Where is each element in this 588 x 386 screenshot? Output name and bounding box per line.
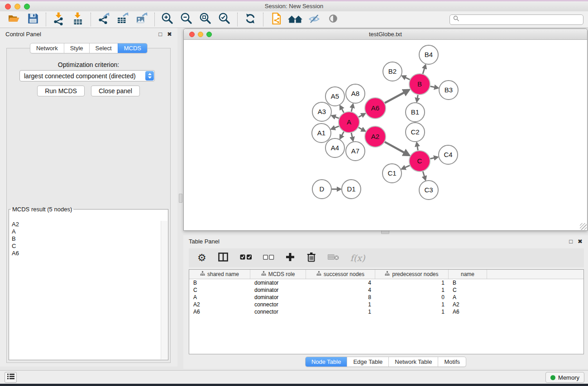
edge-A-A7[interactable]: [351, 133, 352, 137]
graph-node-B4[interactable]: B4: [419, 45, 438, 64]
table-settings-button[interactable]: ⚙: [197, 253, 206, 263]
edge-A2-C[interactable]: [385, 142, 405, 153]
horizontal-divider-grip[interactable]: [381, 230, 389, 234]
window-resize-grip[interactable]: [580, 223, 587, 230]
table-row[interactable]: Bdominator41B: [189, 279, 583, 286]
export-network-button[interactable]: [94, 12, 113, 27]
new-network-from-selection-button[interactable]: [267, 12, 286, 27]
mcds-result-item[interactable]: B: [10, 235, 161, 243]
task-history-button[interactable]: [5, 372, 17, 383]
minimize-traffic-light[interactable]: [14, 4, 20, 10]
edge-C-C4[interactable]: [430, 158, 434, 159]
save-session-button[interactable]: [24, 12, 43, 27]
graph-node-A8[interactable]: A8: [346, 84, 365, 103]
mcds-result-item[interactable]: A2: [10, 221, 161, 228]
open-file-button[interactable]: [5, 12, 24, 27]
graph-node-B1[interactable]: B1: [406, 103, 425, 122]
column-header-name[interactable]: name: [449, 270, 487, 279]
table-row[interactable]: Cdominator41C: [189, 286, 583, 294]
edge-A-A2[interactable]: [359, 128, 362, 129]
tab-network-table[interactable]: Network Table: [388, 357, 438, 367]
search-field[interactable]: [449, 14, 583, 25]
edge-A-A3[interactable]: [335, 117, 339, 118]
graph-node-C[interactable]: C: [409, 151, 430, 172]
close-panel-button[interactable]: Close panel: [91, 86, 140, 96]
optimization-criterion-dropdown[interactable]: largest connected component (directed): [19, 70, 155, 81]
search-input[interactable]: [462, 16, 580, 23]
refresh-view-button[interactable]: [241, 12, 260, 27]
zoom-traffic-light[interactable]: [206, 32, 212, 37]
column-header-predecessor-nodes[interactable]: predecessor nodes: [375, 270, 449, 279]
hide-selected-button[interactable]: [305, 12, 324, 27]
column-header-successor-nodes[interactable]: successor nodes: [306, 270, 375, 279]
edge-B-B1[interactable]: [417, 95, 418, 99]
export-table-button[interactable]: [113, 12, 132, 27]
show-columns-button[interactable]: [217, 251, 229, 265]
table-row[interactable]: A6connector11A6: [189, 308, 583, 315]
edge-A-A8[interactable]: [351, 108, 352, 112]
zoom-out-button[interactable]: [177, 12, 196, 27]
delete-row-button[interactable]: [306, 252, 317, 264]
float-panel-icon[interactable]: □: [158, 31, 162, 37]
tab-edge-table[interactable]: Edge Table: [347, 357, 388, 367]
graph-node-D[interactable]: D: [312, 180, 331, 199]
tab-network[interactable]: Network: [30, 43, 64, 53]
edge-A-A4[interactable]: [342, 132, 344, 136]
edge-B-B2[interactable]: [405, 77, 410, 80]
graph-node-A3[interactable]: A3: [312, 102, 331, 121]
mcds-result-list[interactable]: A2ABCA6: [10, 221, 161, 359]
zoom-traffic-light[interactable]: [24, 4, 30, 10]
close-traffic-light[interactable]: [189, 32, 195, 37]
close-panel-icon[interactable]: ✖: [578, 238, 583, 244]
import-table-button[interactable]: [68, 12, 87, 27]
zoom-selected-button[interactable]: [215, 12, 234, 27]
graph-node-B2[interactable]: B2: [383, 62, 402, 81]
mcds-result-item[interactable]: A6: [10, 250, 161, 257]
delete-table-button[interactable]: [328, 253, 339, 262]
network-canvas[interactable]: B4B2BB3A5A8A6B1A3AC2A1A2A4A7C4CC1C3DD1: [184, 40, 587, 230]
graph-node-C2[interactable]: C2: [406, 123, 425, 142]
tab-motifs[interactable]: Motifs: [438, 357, 466, 367]
edge-A-A5[interactable]: [342, 109, 344, 113]
network-graph[interactable]: B4B2BB3A5A8A6B1A3AC2A1A2A4A7C4CC1C3DD1: [184, 40, 587, 230]
graph-node-A[interactable]: A: [339, 112, 359, 133]
tab-node-table[interactable]: Node Table: [306, 357, 347, 367]
edge-A-A1[interactable]: [335, 126, 339, 128]
graph-node-C4[interactable]: C4: [439, 145, 458, 164]
select-all-button[interactable]: [240, 254, 252, 262]
column-header-shared-name[interactable]: shared name: [189, 270, 250, 279]
tab-style[interactable]: Style: [64, 43, 89, 53]
vertical-divider-grip[interactable]: [179, 194, 182, 203]
memory-button[interactable]: Memory: [545, 372, 584, 383]
edge-B-B3[interactable]: [430, 86, 435, 87]
edge-C-C2[interactable]: [417, 146, 418, 151]
network-window-titlebar[interactable]: testGlobe.txt: [184, 29, 587, 40]
tab-select[interactable]: Select: [89, 43, 118, 53]
graph-node-C1[interactable]: C1: [382, 164, 402, 183]
graph-node-A6[interactable]: A6: [365, 98, 386, 119]
edge-A6-B[interactable]: [385, 92, 404, 103]
close-panel-icon[interactable]: ✖: [167, 31, 172, 37]
graph-node-A1[interactable]: A1: [312, 124, 331, 143]
first-neighbors-button[interactable]: [286, 12, 305, 27]
table-row[interactable]: Adominator80A: [189, 294, 583, 301]
zoom-fit-button[interactable]: [196, 12, 215, 27]
edge-C-C1[interactable]: [405, 166, 410, 168]
graph-node-A4[interactable]: A4: [325, 138, 344, 157]
minimize-traffic-light[interactable]: [198, 32, 203, 37]
run-mcds-button[interactable]: Run MCDS: [37, 86, 85, 96]
tab-mcds[interactable]: MCDS: [118, 43, 147, 53]
graph-node-B[interactable]: B: [409, 74, 430, 95]
mcds-result-item[interactable]: C: [10, 243, 161, 250]
graph-node-A7[interactable]: A7: [346, 142, 365, 161]
main-titlebar[interactable]: Session: New Session: [0, 1, 588, 11]
function-builder-button[interactable]: f(x): [350, 253, 365, 263]
mcds-result-item[interactable]: A: [10, 228, 161, 235]
edge-B-B4[interactable]: [423, 68, 425, 74]
edge-A-A6[interactable]: [359, 115, 362, 117]
graph-node-A5[interactable]: A5: [325, 87, 344, 106]
table-row[interactable]: A2connector11A2: [189, 301, 583, 308]
graph-node-B3[interactable]: B3: [439, 81, 458, 100]
add-row-button[interactable]: [285, 252, 295, 264]
deselect-all-button[interactable]: [263, 254, 274, 262]
